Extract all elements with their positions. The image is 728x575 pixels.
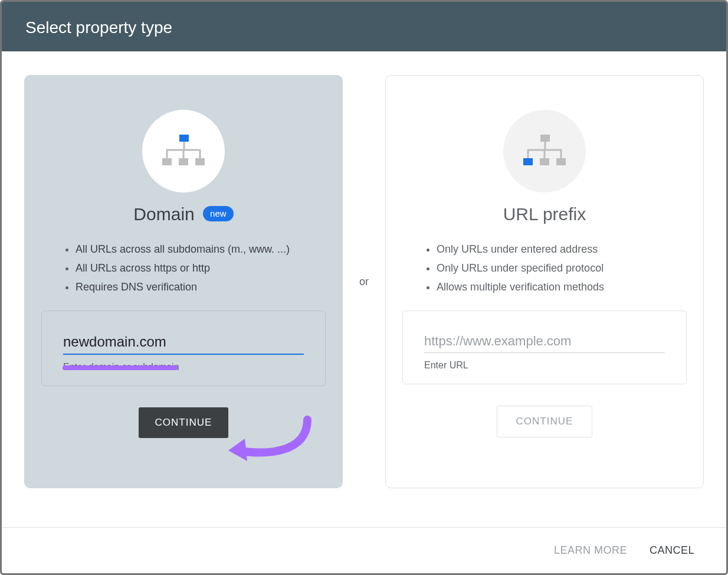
svg-rect-7 [556, 158, 566, 165]
domain-input-box: Enter domain or subdomain [41, 311, 326, 386]
svg-rect-0 [179, 135, 189, 142]
domain-card-title: Domain new [25, 204, 342, 224]
dialog-footer: LEARN MORE CANCEL [2, 527, 726, 573]
svg-rect-4 [540, 135, 550, 142]
dialog-title: Select property type [25, 18, 172, 37]
url-input-box: Enter URL [402, 311, 687, 384]
url-input[interactable] [424, 331, 665, 353]
url-input-hint: Enter URL [424, 360, 665, 371]
url-feature: Allows multiple verification methods [437, 277, 680, 296]
dialog-header: Select property type [2, 2, 726, 51]
domain-input[interactable] [63, 331, 304, 355]
url-feature: Only URLs under entered address [437, 240, 680, 259]
new-badge: new [203, 206, 234, 221]
svg-rect-6 [540, 158, 549, 165]
svg-rect-3 [195, 158, 205, 165]
url-feature: Only URLs under specified protocol [437, 259, 680, 277]
domain-feature: All URLs across all subdomains (m., www.… [76, 240, 319, 259]
url-card-title: URL prefix [386, 204, 703, 224]
dialog-content: Domain new All URLs across all subdomain… [2, 51, 726, 500]
url-prefix-card[interactable]: URL prefix Only URLs under entered addre… [385, 75, 704, 488]
domain-feature: Requires DNS verification [76, 277, 319, 296]
domain-icon [142, 110, 225, 192]
url-continue-button[interactable]: CONTINUE [497, 406, 593, 437]
domain-features: All URLs across all subdomains (m., www.… [58, 240, 319, 296]
cancel-button[interactable]: CANCEL [650, 544, 694, 557]
svg-rect-5 [523, 158, 533, 165]
domain-feature: All URLs across https or http [76, 259, 319, 277]
learn-more-button[interactable]: LEARN MORE [554, 544, 627, 557]
svg-rect-2 [179, 158, 188, 165]
domain-card[interactable]: Domain new All URLs across all subdomain… [24, 75, 343, 488]
domain-title-text: Domain [133, 204, 194, 224]
annotation-highlight [63, 365, 178, 370]
svg-rect-1 [162, 158, 172, 165]
domain-continue-button[interactable]: CONTINUE [139, 407, 229, 438]
url-features: Only URLs under entered address Only URL… [419, 240, 680, 296]
or-separator: or [359, 276, 369, 288]
url-prefix-icon [503, 110, 586, 192]
